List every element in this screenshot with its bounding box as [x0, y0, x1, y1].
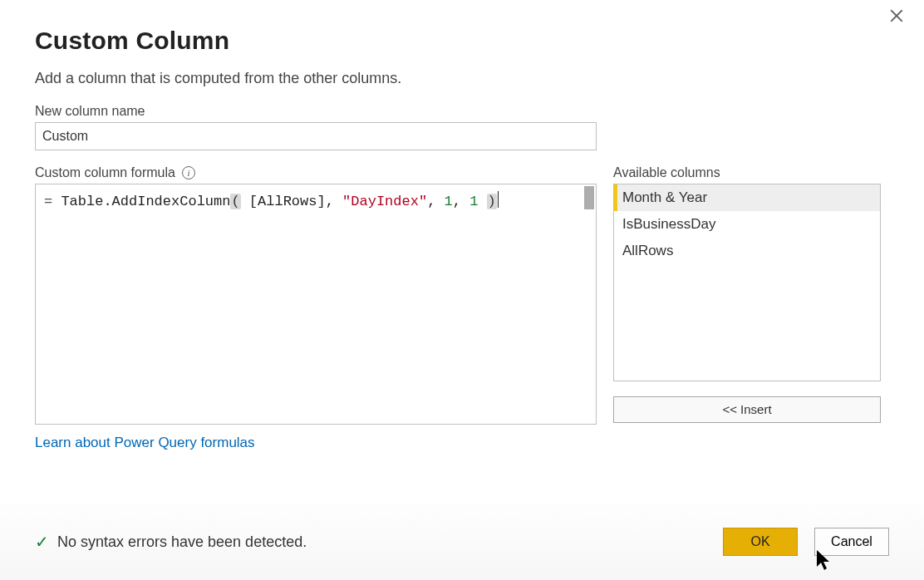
- formula-editor[interactable]: = Table.AddIndexColumn( [AllRows], "DayI…: [35, 184, 597, 425]
- column-name-label: New column name: [35, 104, 889, 119]
- text-cursor: [498, 191, 499, 208]
- bottom-bar: ✓ No syntax errors have been detected. O…: [0, 504, 924, 580]
- formula-arg1: [AllRows]: [249, 194, 326, 209]
- close-button[interactable]: [889, 8, 909, 28]
- formula-arg2: "DayIndex": [342, 194, 427, 209]
- formula-open-paren: (: [230, 194, 240, 209]
- cancel-button[interactable]: Cancel: [814, 528, 889, 556]
- close-icon: [889, 8, 904, 23]
- scrollbar-thumb[interactable]: [584, 186, 594, 209]
- formula-close-paren: ): [487, 194, 497, 209]
- status-text: No syntax errors have been detected.: [57, 533, 307, 551]
- status-message: ✓ No syntax errors have been detected.: [35, 533, 307, 551]
- formula-label: Custom column formula: [35, 165, 175, 180]
- available-column-item[interactable]: Month & Year: [614, 184, 880, 211]
- insert-button[interactable]: << Insert: [613, 396, 881, 423]
- formula-arg4: 1: [469, 194, 478, 209]
- formula-equals: =: [44, 194, 61, 209]
- formula-arg3: 1: [445, 194, 453, 209]
- checkmark-icon: ✓: [35, 533, 49, 550]
- available-columns-list[interactable]: Month & Year IsBusinessDay AllRows: [613, 184, 881, 381]
- dialog-title: Custom Column: [35, 27, 889, 55]
- available-column-item[interactable]: IsBusinessDay: [614, 211, 880, 238]
- column-name-input[interactable]: [35, 122, 597, 150]
- available-columns-label: Available columns: [613, 165, 720, 180]
- formula-fn: Table.AddIndexColumn: [61, 194, 230, 209]
- dialog-subtitle: Add a column that is computed from the o…: [35, 70, 889, 87]
- available-column-item[interactable]: AllRows: [614, 238, 880, 264]
- custom-column-dialog: Custom Column Add a column that is compu…: [0, 0, 924, 580]
- ok-button[interactable]: OK: [723, 528, 798, 556]
- info-icon[interactable]: i: [182, 166, 195, 179]
- learn-link[interactable]: Learn about Power Query formulas: [35, 435, 255, 451]
